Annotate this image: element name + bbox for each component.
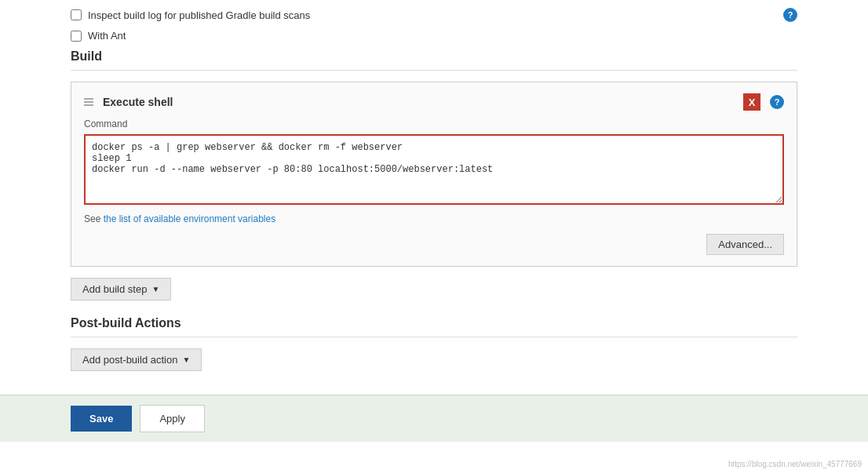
card-header: Execute shell X ? — [84, 93, 784, 111]
add-post-build-label: Add post-build action — [82, 354, 177, 366]
add-build-step-label: Add build step — [82, 283, 147, 295]
close-button[interactable]: X — [743, 93, 760, 111]
footer-bar: Save Apply — [0, 395, 868, 442]
env-vars-prefix: See — [84, 213, 104, 224]
ant-checkbox[interactable] — [71, 31, 82, 42]
drag-handle[interactable] — [84, 98, 93, 106]
add-build-step-caret: ▼ — [151, 285, 159, 293]
page-container: Inspect build log for published Gradle b… — [0, 0, 868, 470]
top-checkbox-section: Inspect build log for published Gradle b… — [0, 0, 868, 42]
card-actions: X ? — [743, 93, 784, 111]
env-vars-row: See the list of available environment va… — [84, 213, 784, 224]
env-vars-link[interactable]: the list of available environment variab… — [104, 213, 275, 224]
add-post-build-caret: ▼ — [182, 355, 190, 364]
inspect-checkbox-row: Inspect build log for published Gradle b… — [71, 8, 797, 22]
advanced-button[interactable]: Advanced... — [706, 234, 784, 255]
advanced-row: Advanced... — [84, 234, 784, 255]
add-build-step-button[interactable]: Add build step ▼ — [71, 278, 171, 301]
post-build-title: Post-build Actions — [71, 316, 797, 337]
card-help-icon[interactable]: ? — [770, 95, 784, 109]
inspect-label: Inspect build log for published Gradle b… — [88, 9, 310, 21]
save-button[interactable]: Save — [71, 406, 132, 432]
ant-checkbox-row: With Ant — [71, 30, 797, 42]
add-post-build-button[interactable]: Add post-build action ▼ — [71, 348, 202, 371]
command-textarea[interactable]: docker ps -a | grep webserver && docker … — [84, 134, 784, 205]
ant-label: With Ant — [88, 30, 126, 42]
command-label: Command — [84, 118, 784, 129]
watermark: https://blog.csdn.net/weixin_45777669 — [728, 460, 862, 468]
execute-shell-title: Execute shell — [103, 96, 173, 108]
apply-button[interactable]: Apply — [140, 405, 205, 432]
inspect-help-icon[interactable]: ? — [783, 8, 797, 22]
main-content: Build Execute shell X ? Command docker p… — [0, 49, 868, 387]
card-title-row: Execute shell — [84, 96, 173, 108]
build-title: Build — [71, 49, 797, 71]
inspect-checkbox[interactable] — [71, 9, 82, 20]
execute-shell-card: Execute shell X ? Command docker ps -a |… — [71, 82, 797, 267]
